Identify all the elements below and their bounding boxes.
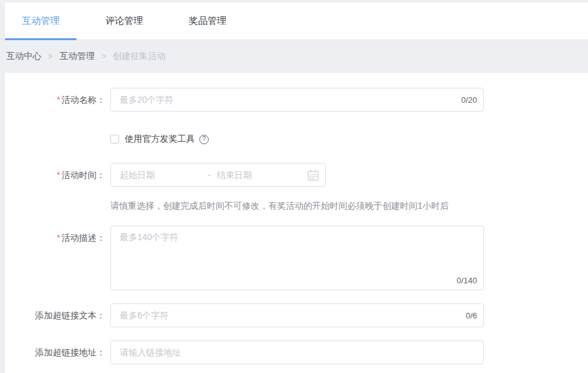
tab-prize-management[interactable]: 奖品管理 — [172, 3, 243, 39]
official-tool-label[interactable]: 使用官方发奖工具 — [125, 134, 195, 145]
chevron-right-icon: > — [102, 52, 106, 61]
create-activity-form: *活动名称： 0/20 使用官方发奖工具 ? *活动时间： — [5, 73, 588, 364]
activity-time-row: *活动时间： - — [5, 163, 588, 187]
breadcrumb-create-collection-activity: 创建征集活动 — [113, 51, 165, 62]
breadcrumb-interaction-center[interactable]: 互动中心 — [6, 51, 41, 62]
tab-interaction-management[interactable]: 互动管理 — [5, 3, 76, 39]
required-asterisk: * — [57, 170, 60, 180]
tab-bar: 互动管理 评论管理 奖品管理 — [5, 3, 588, 40]
page: 互动管理 评论管理 奖品管理 互动中心 > 互动管理 > 创建征集活动 *活动名… — [0, 0, 588, 373]
breadcrumb: 互动中心 > 互动管理 > 创建征集活动 — [6, 40, 165, 73]
help-question-icon[interactable]: ? — [199, 135, 209, 144]
activity-description-row: *活动描述： 0/140 — [5, 226, 588, 290]
tab-comment-management[interactable]: 评论管理 — [88, 3, 160, 39]
activity-description-counter: 0/140 — [456, 276, 477, 285]
form-card: *活动名称： 0/20 使用官方发奖工具 ? *活动时间： — [5, 73, 588, 373]
activity-name-counter: 0/20 — [461, 95, 477, 105]
activity-name-label: *活动名称： — [5, 88, 110, 112]
calendar-icon[interactable] — [307, 169, 319, 181]
hyperlink-url-input[interactable] — [111, 341, 483, 364]
activity-time-range-picker[interactable]: - — [110, 163, 326, 187]
hyperlink-text-input-wrap: 0/6 — [110, 303, 484, 327]
required-asterisk: * — [57, 233, 60, 243]
official-tool-row: 使用官方发奖工具 ? — [110, 134, 588, 144]
activity-name-input[interactable] — [111, 88, 483, 111]
hyperlink-text-row: 添加超链接文本： 0/6 — [5, 303, 588, 327]
official-tool-checkbox[interactable] — [110, 135, 119, 144]
date-range-separator: - — [207, 170, 211, 180]
breadcrumb-interaction-management[interactable]: 互动管理 — [60, 51, 95, 62]
hyperlink-url-input-wrap — [110, 340, 484, 364]
end-date-input[interactable] — [217, 170, 303, 180]
start-date-input[interactable] — [120, 170, 206, 180]
activity-description-textarea-wrap: 0/140 — [110, 226, 484, 290]
hyperlink-text-input[interactable] — [111, 304, 483, 327]
tab-label: 互动管理 — [22, 15, 60, 27]
activity-time-label: *活动时间： — [5, 163, 110, 187]
hyperlink-text-counter: 0/6 — [466, 311, 477, 320]
tab-label: 评论管理 — [105, 15, 143, 27]
hyperlink-url-row: 添加超链接地址： — [5, 340, 588, 364]
required-asterisk: * — [57, 95, 60, 105]
tab-label: 奖品管理 — [189, 15, 226, 27]
activity-description-textarea[interactable] — [111, 226, 483, 290]
hyperlink-text-label: 添加超链接文本： — [5, 303, 110, 327]
activity-time-hint: 请慎重选择，创建完成后时间不可修改，有奖活动的开始时间必须晚于创建时间1小时后 — [110, 199, 588, 212]
hyperlink-url-label: 添加超链接地址： — [5, 340, 110, 364]
activity-description-label: *活动描述： — [5, 226, 110, 290]
chevron-right-icon: > — [48, 52, 53, 61]
activity-name-input-wrap: 0/20 — [110, 88, 484, 112]
activity-name-row: *活动名称： 0/20 — [5, 88, 588, 112]
